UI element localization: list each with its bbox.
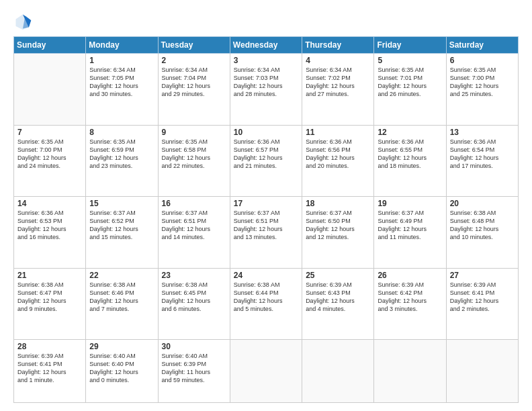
calendar-cell: 25Sunrise: 6:39 AM Sunset: 6:43 PM Dayli… — [302, 268, 374, 340]
day-number: 13 — [450, 128, 515, 137]
day-info: Sunrise: 6:36 AM Sunset: 6:55 PM Dayligh… — [378, 138, 442, 171]
day-number: 2 — [162, 56, 226, 65]
day-info: Sunrise: 6:38 AM Sunset: 6:46 PM Dayligh… — [89, 281, 154, 314]
day-number: 23 — [162, 271, 226, 280]
calendar-cell: 1Sunrise: 6:34 AM Sunset: 7:05 PM Daylig… — [86, 54, 158, 126]
day-info: Sunrise: 6:35 AM Sunset: 7:00 PM Dayligh… — [17, 138, 82, 171]
day-number: 25 — [306, 271, 370, 280]
week-row-1: 1Sunrise: 6:34 AM Sunset: 7:05 PM Daylig… — [14, 54, 519, 126]
day-number: 29 — [89, 342, 154, 351]
day-number: 3 — [234, 56, 298, 65]
calendar-cell: 19Sunrise: 6:37 AM Sunset: 6:49 PM Dayli… — [374, 197, 446, 269]
calendar-cell: 29Sunrise: 6:40 AM Sunset: 6:40 PM Dayli… — [86, 340, 158, 403]
day-number: 20 — [450, 199, 515, 208]
day-number: 22 — [89, 271, 154, 280]
calendar-cell: 13Sunrise: 6:36 AM Sunset: 6:54 PM Dayli… — [446, 125, 518, 197]
calendar-cell: 17Sunrise: 6:37 AM Sunset: 6:51 PM Dayli… — [230, 197, 302, 269]
day-info: Sunrise: 6:34 AM Sunset: 7:03 PM Dayligh… — [234, 66, 298, 99]
week-row-5: 28Sunrise: 6:39 AM Sunset: 6:41 PM Dayli… — [14, 340, 519, 403]
calendar-cell: 23Sunrise: 6:38 AM Sunset: 6:45 PM Dayli… — [158, 268, 230, 340]
day-info: Sunrise: 6:35 AM Sunset: 7:01 PM Dayligh… — [378, 66, 442, 99]
calendar-cell: 28Sunrise: 6:39 AM Sunset: 6:41 PM Dayli… — [14, 340, 86, 403]
calendar-cell: 14Sunrise: 6:36 AM Sunset: 6:53 PM Dayli… — [14, 197, 86, 269]
day-info: Sunrise: 6:35 AM Sunset: 6:59 PM Dayligh… — [89, 138, 154, 171]
day-info: Sunrise: 6:37 AM Sunset: 6:51 PM Dayligh… — [234, 209, 298, 242]
logo-icon — [13, 12, 32, 31]
calendar-cell: 3Sunrise: 6:34 AM Sunset: 7:03 PM Daylig… — [230, 54, 302, 126]
calendar-cell: 6Sunrise: 6:35 AM Sunset: 7:00 PM Daylig… — [446, 54, 518, 126]
day-number: 8 — [89, 128, 154, 137]
day-number: 11 — [306, 128, 370, 137]
calendar-cell — [374, 340, 446, 403]
day-number: 18 — [306, 199, 370, 208]
day-info: Sunrise: 6:38 AM Sunset: 6:48 PM Dayligh… — [450, 209, 515, 242]
day-info: Sunrise: 6:38 AM Sunset: 6:47 PM Dayligh… — [17, 281, 82, 314]
day-number: 16 — [162, 199, 226, 208]
calendar-cell: 24Sunrise: 6:38 AM Sunset: 6:44 PM Dayli… — [230, 268, 302, 340]
calendar-cell — [230, 340, 302, 403]
day-info: Sunrise: 6:39 AM Sunset: 6:41 PM Dayligh… — [17, 352, 82, 385]
day-number: 7 — [17, 128, 82, 137]
weekday-header-row: SundayMondayTuesdayWednesdayThursdayFrid… — [14, 37, 519, 54]
day-number: 14 — [17, 199, 82, 208]
weekday-header-monday: Monday — [86, 37, 158, 54]
calendar-cell: 26Sunrise: 6:39 AM Sunset: 6:42 PM Dayli… — [374, 268, 446, 340]
calendar-cell: 27Sunrise: 6:39 AM Sunset: 6:41 PM Dayli… — [446, 268, 518, 340]
day-number: 1 — [89, 56, 154, 65]
day-number: 30 — [162, 342, 226, 351]
day-number: 5 — [378, 56, 442, 65]
day-info: Sunrise: 6:34 AM Sunset: 7:04 PM Dayligh… — [162, 66, 226, 99]
day-info: Sunrise: 6:34 AM Sunset: 7:05 PM Dayligh… — [89, 66, 154, 99]
weekday-header-thursday: Thursday — [302, 37, 374, 54]
day-number: 24 — [234, 271, 298, 280]
day-number: 21 — [17, 271, 82, 280]
day-number: 12 — [378, 128, 442, 137]
weekday-header-friday: Friday — [374, 37, 446, 54]
calendar-cell: 15Sunrise: 6:37 AM Sunset: 6:52 PM Dayli… — [86, 197, 158, 269]
day-number: 9 — [162, 128, 226, 137]
day-info: Sunrise: 6:40 AM Sunset: 6:39 PM Dayligh… — [162, 352, 226, 385]
calendar-cell: 4Sunrise: 6:34 AM Sunset: 7:02 PM Daylig… — [302, 54, 374, 126]
day-info: Sunrise: 6:34 AM Sunset: 7:02 PM Dayligh… — [306, 66, 370, 99]
page: SundayMondayTuesdayWednesdayThursdayFrid… — [0, 0, 532, 411]
calendar-cell — [14, 54, 86, 126]
day-number: 4 — [306, 56, 370, 65]
logo — [13, 12, 35, 31]
calendar-cell: 8Sunrise: 6:35 AM Sunset: 6:59 PM Daylig… — [86, 125, 158, 197]
weekday-header-tuesday: Tuesday — [158, 37, 230, 54]
day-info: Sunrise: 6:37 AM Sunset: 6:50 PM Dayligh… — [306, 209, 370, 242]
day-info: Sunrise: 6:39 AM Sunset: 6:43 PM Dayligh… — [306, 281, 370, 314]
weekday-header-wednesday: Wednesday — [230, 37, 302, 54]
calendar-cell — [446, 340, 518, 403]
day-info: Sunrise: 6:36 AM Sunset: 6:54 PM Dayligh… — [450, 138, 515, 171]
day-number: 17 — [234, 199, 298, 208]
week-row-2: 7Sunrise: 6:35 AM Sunset: 7:00 PM Daylig… — [14, 125, 519, 197]
day-info: Sunrise: 6:38 AM Sunset: 6:44 PM Dayligh… — [234, 281, 298, 314]
day-number: 10 — [234, 128, 298, 137]
calendar-cell: 10Sunrise: 6:36 AM Sunset: 6:57 PM Dayli… — [230, 125, 302, 197]
day-info: Sunrise: 6:37 AM Sunset: 6:52 PM Dayligh… — [89, 209, 154, 242]
weekday-header-saturday: Saturday — [446, 37, 518, 54]
day-info: Sunrise: 6:36 AM Sunset: 6:53 PM Dayligh… — [17, 209, 82, 242]
day-info: Sunrise: 6:37 AM Sunset: 6:49 PM Dayligh… — [378, 209, 442, 242]
calendar-cell: 21Sunrise: 6:38 AM Sunset: 6:47 PM Dayli… — [14, 268, 86, 340]
calendar-cell: 12Sunrise: 6:36 AM Sunset: 6:55 PM Dayli… — [374, 125, 446, 197]
day-number: 28 — [17, 342, 82, 351]
day-info: Sunrise: 6:36 AM Sunset: 6:56 PM Dayligh… — [306, 138, 370, 171]
calendar: SundayMondayTuesdayWednesdayThursdayFrid… — [13, 36, 519, 403]
calendar-cell: 11Sunrise: 6:36 AM Sunset: 6:56 PM Dayli… — [302, 125, 374, 197]
calendar-cell: 2Sunrise: 6:34 AM Sunset: 7:04 PM Daylig… — [158, 54, 230, 126]
day-number: 26 — [378, 271, 442, 280]
day-info: Sunrise: 6:40 AM Sunset: 6:40 PM Dayligh… — [89, 352, 154, 385]
calendar-cell: 30Sunrise: 6:40 AM Sunset: 6:39 PM Dayli… — [158, 340, 230, 403]
day-info: Sunrise: 6:38 AM Sunset: 6:45 PM Dayligh… — [162, 281, 226, 314]
calendar-cell: 20Sunrise: 6:38 AM Sunset: 6:48 PM Dayli… — [446, 197, 518, 269]
calendar-cell: 9Sunrise: 6:35 AM Sunset: 6:58 PM Daylig… — [158, 125, 230, 197]
calendar-cell: 5Sunrise: 6:35 AM Sunset: 7:01 PM Daylig… — [374, 54, 446, 126]
calendar-cell: 16Sunrise: 6:37 AM Sunset: 6:51 PM Dayli… — [158, 197, 230, 269]
weekday-header-sunday: Sunday — [14, 37, 86, 54]
header — [13, 12, 519, 31]
day-info: Sunrise: 6:39 AM Sunset: 6:41 PM Dayligh… — [450, 281, 515, 314]
day-info: Sunrise: 6:35 AM Sunset: 7:00 PM Dayligh… — [450, 66, 515, 99]
day-number: 19 — [378, 199, 442, 208]
